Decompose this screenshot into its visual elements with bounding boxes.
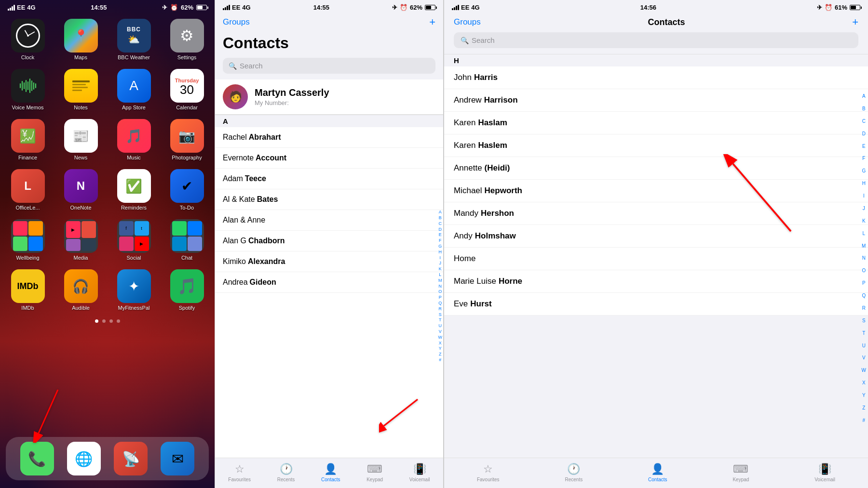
idx-alpha-B[interactable]: B — [862, 106, 866, 111]
app-reminders[interactable]: ✅ Reminders — [112, 169, 156, 211]
app-store-icon[interactable]: A — [117, 69, 151, 103]
idx-alpha-G[interactable]: G — [862, 168, 866, 173]
dock-mail[interactable]: ✉ — [161, 442, 194, 475]
contact-annette-heidi[interactable]: Annette (Heidi) — [444, 157, 868, 180]
idx-tab-voicemail[interactable]: 📳 Voicemail — [814, 463, 835, 482]
alpha-X[interactable]: X — [438, 341, 443, 346]
page-dot-4[interactable] — [117, 319, 120, 323]
contact-andy-holmshaw[interactable]: Andy Holmshaw — [444, 225, 868, 248]
contact-rachel-abrahart[interactable]: Rachel Abrahart — [215, 127, 443, 148]
app-spotify[interactable]: 🎵 Spotify — [165, 269, 209, 311]
dock-chrome[interactable]: 🌐 — [67, 442, 101, 475]
idx-alpha-S[interactable]: S — [862, 318, 866, 323]
idx-alpha-F[interactable]: F — [862, 156, 866, 161]
idx-alpha-T[interactable]: T — [862, 330, 866, 336]
tab-keypad[interactable]: ⌨ Keypad — [366, 463, 383, 482]
page-dot-2[interactable] — [102, 319, 106, 323]
photography-icon[interactable]: 📷 — [170, 119, 204, 153]
alpha-A[interactable]: A — [438, 210, 443, 215]
idx-alpha-H[interactable]: H — [862, 181, 866, 186]
indexed-search-bar[interactable]: 🔍 Search — [454, 32, 858, 48]
alpha-Y[interactable]: Y — [438, 346, 443, 351]
idx-alpha-V[interactable]: V — [862, 355, 866, 360]
app-finance[interactable]: 💹 Finance — [6, 119, 50, 160]
idx-tab-keypad[interactable]: ⌨ Keypad — [732, 463, 749, 482]
app-wellbeing[interactable]: Wellbeing — [6, 219, 50, 261]
tab-voicemail[interactable]: 📳 Voicemail — [409, 463, 430, 482]
contact-alan-chadborn[interactable]: Alan G Chadborn — [215, 231, 443, 251]
alpha-O[interactable]: O — [438, 289, 443, 294]
idx-alpha-hash[interactable]: # — [862, 418, 866, 423]
contact-adam-teece[interactable]: Adam Teece — [215, 169, 443, 189]
app-onenote[interactable]: N OneNote — [59, 169, 103, 211]
app-calendar[interactable]: Thursday 30 Calendar — [165, 69, 209, 110]
tab-favourites[interactable]: ☆ Favourites — [228, 463, 251, 482]
idx-alpha-A[interactable]: A — [862, 93, 866, 99]
onenote-icon[interactable]: N — [64, 169, 98, 203]
alpha-B[interactable]: B — [438, 215, 443, 221]
tab-recents[interactable]: 🕐 Recents — [277, 463, 295, 482]
idx-alpha-J[interactable]: J — [862, 206, 866, 211]
bbc-weather-icon[interactable]: BBC ⛅ — [117, 19, 151, 53]
idx-alpha-O[interactable]: O — [862, 268, 866, 273]
music-icon[interactable]: 🎵 — [117, 119, 151, 153]
contact-kimiko-alexandra[interactable]: Kimiko Alexandra — [215, 251, 443, 272]
contact-al-kate-bates[interactable]: Al & Kate Bates — [215, 189, 443, 210]
calendar-icon[interactable]: Thursday 30 — [170, 69, 204, 103]
alpha-I[interactable]: I — [438, 255, 443, 261]
alpha-T[interactable]: T — [438, 317, 443, 323]
alpha-hash[interactable]: # — [438, 357, 443, 363]
app-news[interactable]: 📰 News — [59, 119, 103, 160]
alpha-N[interactable]: N — [438, 284, 443, 289]
settings-icon[interactable]: ⚙ — [170, 19, 204, 53]
wellbeing-icon[interactable] — [11, 219, 45, 253]
contact-eve-hurst[interactable]: Eve Hurst — [444, 293, 868, 316]
app-bbc-weather[interactable]: BBC ⛅ BBC Weather — [112, 19, 156, 60]
social-icon[interactable]: f t ▶ — [117, 219, 151, 253]
app-todo[interactable]: ✔ To-Do — [165, 169, 209, 211]
app-officelens[interactable]: L OfficeLe... — [6, 169, 50, 211]
alpha-Q[interactable]: Q — [438, 301, 443, 306]
reminders-icon[interactable]: ✅ — [117, 169, 151, 203]
app-maps[interactable]: 📍 Maps — [59, 19, 103, 60]
my-contact-card[interactable]: 🧑 Martyn Casserly My Number: — [215, 79, 443, 115]
idx-alpha-U[interactable]: U — [862, 343, 866, 348]
officelens-icon[interactable]: L — [11, 169, 45, 203]
idx-alpha-X[interactable]: X — [862, 380, 866, 385]
contact-andrea-gideon[interactable]: Andrea Gideon — [215, 272, 443, 293]
alpha-P[interactable]: P — [438, 295, 443, 300]
idx-alpha-Y[interactable]: Y — [862, 393, 866, 398]
alpha-F[interactable]: F — [438, 238, 443, 243]
app-imdb[interactable]: IMDb IMDb — [6, 269, 50, 311]
app-media[interactable]: ▶ Media — [59, 219, 103, 261]
idx-alpha-W[interactable]: W — [862, 368, 866, 373]
alpha-H[interactable]: H — [438, 250, 443, 255]
todo-icon[interactable]: ✔ — [170, 169, 204, 203]
contact-michael-hepworth[interactable]: Michael Hepworth — [444, 180, 868, 202]
app-settings[interactable]: ⚙ Settings — [165, 19, 209, 60]
contact-mandy-hershon[interactable]: Mandy Hershon — [444, 202, 868, 225]
alpha-Z[interactable]: Z — [438, 352, 443, 357]
indexed-add-button[interactable]: + — [852, 16, 858, 28]
alpha-C[interactable]: C — [438, 221, 443, 226]
alpha-G[interactable]: G — [438, 244, 443, 249]
idx-tab-recents[interactable]: 🕐 Recents — [565, 463, 583, 482]
contact-karen-haslam[interactable]: Karen Haslam — [444, 112, 868, 134]
chat-icon[interactable] — [170, 219, 204, 253]
alpha-S[interactable]: S — [438, 312, 443, 317]
alpha-K[interactable]: K — [438, 266, 443, 272]
app-voice-memos[interactable]: Voice Memos — [6, 69, 50, 110]
page-dot-3[interactable] — [109, 319, 113, 323]
dock-castaway[interactable]: 📡 — [114, 442, 148, 475]
app-audible[interactable]: 🎧 Audible — [59, 269, 103, 311]
alpha-V[interactable]: V — [438, 329, 443, 334]
alpha-M[interactable]: M — [438, 278, 443, 283]
idx-alpha-Q[interactable]: Q — [862, 293, 866, 298]
app-music[interactable]: 🎵 Music — [112, 119, 156, 160]
app-photography[interactable]: 📷 Photography — [165, 119, 209, 160]
maps-icon[interactable]: 📍 — [64, 19, 98, 53]
contact-home[interactable]: Home — [444, 248, 868, 270]
app-chat[interactable]: Chat — [165, 219, 209, 261]
idx-alpha-I[interactable]: I — [862, 193, 866, 198]
contact-john-harris[interactable]: John Harris — [444, 66, 868, 89]
